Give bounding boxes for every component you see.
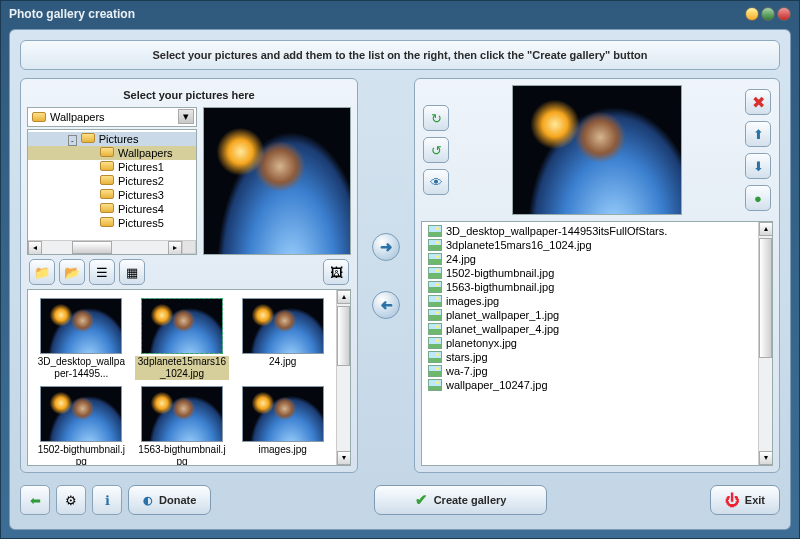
folder-column: Wallpapers -Pictures Wallpapers Pictures… (27, 107, 197, 255)
tree-inner: -Pictures Wallpapers Pictures1 Pictures2… (28, 130, 196, 232)
preview-image (204, 108, 350, 254)
minimize-button[interactable] (745, 7, 759, 21)
rotate-cw-button[interactable]: ↻ (423, 105, 449, 131)
exit-label: Exit (745, 494, 765, 506)
gear-icon: ⚙ (65, 493, 77, 508)
list-item: 3D_desktop_wallpaper-144953itsFullOfStar… (424, 224, 756, 238)
move-up-button[interactable]: ⬆ (745, 121, 771, 147)
image-file-icon (428, 323, 442, 335)
image-file-icon (428, 225, 442, 237)
right-right-buttons: ✖ ⬆ ⬇ ● (743, 85, 773, 215)
view-thumb-button[interactable]: ▦ (119, 259, 145, 285)
grid-icon: ▦ (126, 265, 138, 280)
close-button[interactable] (777, 7, 791, 21)
info-icon: ℹ (105, 493, 110, 508)
image-file-icon (428, 295, 442, 307)
donate-button[interactable]: ◐ Donate (128, 485, 211, 515)
list-item: planet_wallpaper_1.jpg (424, 308, 756, 322)
image-file-icon (428, 309, 442, 321)
client-area: Select your pictures and add them to the… (9, 29, 791, 530)
remove-from-list-button[interactable]: ➜ (372, 291, 400, 319)
add-folder-button[interactable]: 📂 (59, 259, 85, 285)
settings-button[interactable]: ⚙ (56, 485, 86, 515)
rotate-ccw-button[interactable]: ↺ (423, 137, 449, 163)
window-controls (745, 7, 791, 21)
rotate-ccw-icon: ↺ (431, 143, 442, 158)
window-title: Photo gallery creation (9, 7, 135, 21)
thumbnail-item[interactable]: 1563-bigthumbnail.jpg (133, 382, 232, 466)
list-item: 1563-bigthumbnail.jpg (424, 280, 756, 294)
list-item: 24.jpg (424, 252, 756, 266)
thumb-scrollbar[interactable]: ▴▾ (336, 290, 350, 465)
list-item: planetonyx.jpg (424, 336, 756, 350)
app-window: Photo gallery creation Select your pictu… (0, 0, 800, 539)
view-image-button[interactable]: 👁 (423, 169, 449, 195)
list-icon: ☰ (96, 265, 108, 280)
list-item: planet_wallpaper_4.jpg (424, 322, 756, 336)
file-list[interactable]: 3D_desktop_wallpaper-144953itsFullOfStar… (421, 221, 773, 466)
list-scrollbar[interactable]: ▴▾ (758, 222, 772, 465)
folder-dropdown[interactable]: Wallpapers (27, 107, 197, 127)
main-area: Select your pictures here Wallpapers -Pi… (20, 78, 780, 473)
left-panel-title: Select your pictures here (27, 85, 351, 107)
create-gallery-label: Create gallery (434, 494, 507, 506)
image-file-icon (428, 253, 442, 265)
dot-icon: ● (754, 191, 762, 206)
delete-icon: ✖ (752, 93, 765, 112)
right-preview-image (513, 86, 681, 214)
image-info-button[interactable]: 🖼 (323, 259, 349, 285)
folder-plus-icon: 📂 (64, 265, 80, 280)
right-top-row: ↻ ↺ 👁 ✖ ⬆ ⬇ ● (421, 85, 773, 215)
move-down-button[interactable]: ⬇ (745, 153, 771, 179)
thumbnail-item[interactable]: 24.jpg (233, 294, 332, 380)
thumbnail-item[interactable]: 1502-bigthumbnail.jpg (32, 382, 131, 466)
maximize-button[interactable] (761, 7, 775, 21)
parent-folder-button[interactable]: 📁 (29, 259, 55, 285)
exit-button[interactable]: ⏻ Exit (710, 485, 780, 515)
donate-label: Donate (159, 494, 196, 506)
tree-scrollbar[interactable]: ◂▸ (28, 240, 182, 254)
folder-tree[interactable]: -Pictures Wallpapers Pictures1 Pictures2… (27, 129, 197, 255)
add-to-list-button[interactable]: ➜ (372, 233, 400, 261)
image-file-icon (428, 267, 442, 279)
rotate-cw-icon: ↻ (431, 111, 442, 126)
view-list-button[interactable]: ☰ (89, 259, 115, 285)
footer: ⬅ ⚙ ℹ ◐ Donate ✔ Create gallery ⏻ Exit (20, 481, 780, 519)
transfer-controls: ➜ ➜ (364, 78, 408, 473)
list-item: images.jpg (424, 294, 756, 308)
picture-icon: 🖼 (330, 265, 343, 280)
create-gallery-button[interactable]: ✔ Create gallery (374, 485, 548, 515)
power-icon: ⏻ (725, 492, 739, 508)
image-file-icon (428, 239, 442, 251)
folder-icon (32, 112, 46, 122)
left-preview (203, 107, 351, 255)
home-icon: ⬅ (30, 493, 41, 508)
thumbnail-item[interactable]: 3D_desktop_wallpaper-14495... (32, 294, 131, 380)
list-item: stars.jpg (424, 350, 756, 364)
image-file-icon (428, 337, 442, 349)
info-button[interactable]: ℹ (92, 485, 122, 515)
list-item: wa-7.jpg (424, 364, 756, 378)
image-file-icon (428, 379, 442, 391)
titlebar: Photo gallery creation (1, 1, 799, 27)
thumbnail-item[interactable]: 3dplanete15mars16_1024.jpg (133, 294, 232, 380)
donate-icon: ◐ (143, 494, 153, 507)
thumbnail-item[interactable]: images.jpg (233, 382, 332, 466)
image-file-icon (428, 281, 442, 293)
home-button[interactable]: ⬅ (20, 485, 50, 515)
check-icon: ✔ (415, 491, 428, 509)
eye-icon: 👁 (430, 175, 443, 190)
image-file-icon (428, 351, 442, 363)
left-top-row: Wallpapers -Pictures Wallpapers Pictures… (27, 107, 351, 255)
list-item: wallpaper_10247.jpg (424, 378, 756, 392)
arrow-up-icon: ⬆ (753, 127, 764, 142)
arrow-right-icon: ➜ (380, 238, 393, 256)
left-toolbar: 📁 📂 ☰ ▦ 🖼 (27, 259, 351, 285)
right-panel: ↻ ↺ 👁 ✖ ⬆ ⬇ ● (414, 78, 780, 473)
delete-button[interactable]: ✖ (745, 89, 771, 115)
folder-dropdown-value: Wallpapers (50, 111, 105, 123)
list-item: 3dplanete15mars16_1024.jpg (424, 238, 756, 252)
thumbnail-grid[interactable]: 3D_desktop_wallpaper-14495... 3dplanete1… (27, 289, 351, 466)
confirm-button[interactable]: ● (745, 185, 771, 211)
arrow-left-icon: ➜ (380, 296, 393, 314)
